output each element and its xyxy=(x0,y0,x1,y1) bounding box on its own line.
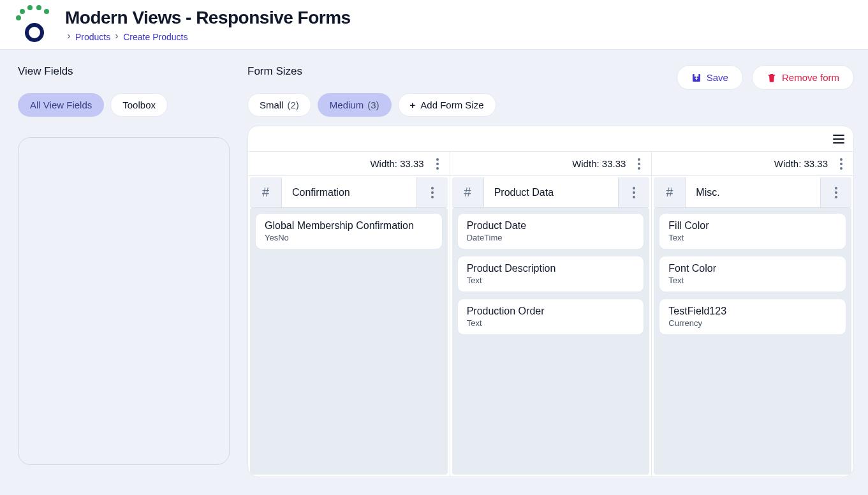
kebab-icon xyxy=(425,184,439,201)
size-pill-small[interactable]: Small (2) xyxy=(247,93,311,117)
field-card[interactable]: Font ColorText xyxy=(659,256,846,292)
column-title: Confirmation xyxy=(282,177,417,207)
add-form-size-button[interactable]: Add Form Size xyxy=(398,93,496,117)
breadcrumb-link-products[interactable]: Products xyxy=(75,32,110,42)
view-fields-dropzone[interactable] xyxy=(18,137,230,465)
breadcrumb: Products Create Products xyxy=(65,32,351,42)
form-column: Width: 33.33#ConfirmationGlobal Membersh… xyxy=(248,152,450,477)
column-width-label: Width: 33.33 xyxy=(370,158,423,169)
board-menu-icon[interactable] xyxy=(833,135,844,144)
form-layout-board: Width: 33.33#ConfirmationGlobal Membersh… xyxy=(247,126,854,477)
field-name: Product Description xyxy=(467,263,635,274)
tab-toolbox[interactable]: Toolbox xyxy=(110,93,168,117)
column-body[interactable]: Global Membership ConfirmationYesNo xyxy=(250,208,448,475)
app-header: Modern Views - Responsive Forms Products… xyxy=(0,0,868,50)
column-title: Misc. xyxy=(686,177,821,207)
chevron-right-icon xyxy=(65,32,73,42)
view-fields-title: View Fields xyxy=(18,65,230,78)
field-card[interactable]: Fill ColorText xyxy=(659,213,846,249)
field-name: Production Order xyxy=(467,306,635,317)
column-width-row: Width: 33.33 xyxy=(450,152,652,176)
view-fields-panel: View Fields All View Fields Toolbox xyxy=(0,50,247,495)
form-column: Width: 33.33#Misc.Fill ColorTextFont Col… xyxy=(652,152,853,477)
form-sizes-panel: Form Sizes Small (2) Medium (3) Add Form… xyxy=(247,50,868,495)
size-pill-label: Medium xyxy=(330,100,364,110)
field-card[interactable]: Product DateDateTime xyxy=(457,213,645,249)
column-header-menu[interactable] xyxy=(619,177,649,207)
column-width-menu-icon[interactable] xyxy=(834,156,848,172)
field-card[interactable]: Product DescriptionText xyxy=(457,256,645,292)
column-width-label: Width: 33.33 xyxy=(572,158,626,169)
column-header: #Product Data xyxy=(452,177,650,208)
trash-icon xyxy=(767,73,777,83)
form-column: Width: 33.33#Product DataProduct DateDat… xyxy=(450,152,652,477)
field-name: Product Date xyxy=(467,220,635,232)
column-width-row: Width: 33.33 xyxy=(248,152,450,176)
size-pill-label: Small xyxy=(260,100,284,110)
remove-form-button-label: Remove form xyxy=(782,72,839,83)
field-type: Text xyxy=(467,276,635,285)
column-body[interactable]: Product DateDateTimeProduct DescriptionT… xyxy=(452,208,650,475)
field-type: Text xyxy=(668,276,837,285)
breadcrumb-link-create-products[interactable]: Create Products xyxy=(123,32,188,42)
save-icon xyxy=(691,73,702,83)
column-header-menu[interactable] xyxy=(821,177,851,207)
kebab-icon xyxy=(627,184,641,201)
field-type: Text xyxy=(668,233,837,242)
column-header: #Confirmation xyxy=(250,177,448,208)
column-width-label: Width: 33.33 xyxy=(774,158,828,169)
column-header: #Misc. xyxy=(654,177,851,208)
field-type: Text xyxy=(467,318,635,328)
tab-all-view-fields[interactable]: All View Fields xyxy=(18,93,104,117)
column-width-row: Width: 33.33 xyxy=(652,152,853,176)
field-name: TestField123 xyxy=(668,306,837,317)
save-button[interactable]: Save xyxy=(677,65,743,90)
hash-icon: # xyxy=(452,177,484,207)
remove-form-button[interactable]: Remove form xyxy=(752,65,854,90)
form-sizes-title: Form Sizes xyxy=(247,65,496,78)
page-title: Modern Views - Responsive Forms xyxy=(65,8,351,28)
field-card[interactable]: Global Membership ConfirmationYesNo xyxy=(255,213,443,249)
hash-icon: # xyxy=(250,177,282,207)
size-pill-medium[interactable]: Medium (3) xyxy=(318,93,392,117)
field-card[interactable]: TestField123Currency xyxy=(659,299,846,335)
chevron-right-icon xyxy=(113,32,121,42)
field-name: Global Membership Confirmation xyxy=(265,220,433,232)
column-body[interactable]: Fill ColorTextFont ColorTextTestField123… xyxy=(654,208,851,475)
column-title: Product Data xyxy=(484,177,619,207)
column-header-menu[interactable] xyxy=(417,177,448,207)
save-button-label: Save xyxy=(707,72,728,83)
field-name: Font Color xyxy=(668,263,837,274)
field-type: DateTime xyxy=(467,233,635,242)
column-width-menu-icon[interactable] xyxy=(632,156,646,172)
kebab-icon xyxy=(829,184,843,201)
field-name: Fill Color xyxy=(668,220,837,232)
size-pill-count: (2) xyxy=(288,100,299,110)
field-card[interactable]: Production OrderText xyxy=(457,299,645,335)
size-pill-count: (3) xyxy=(367,100,379,110)
column-width-menu-icon[interactable] xyxy=(430,156,445,172)
field-type: YesNo xyxy=(265,233,433,242)
hash-icon: # xyxy=(654,177,686,207)
field-type: Currency xyxy=(668,318,837,328)
app-logo xyxy=(11,6,52,43)
